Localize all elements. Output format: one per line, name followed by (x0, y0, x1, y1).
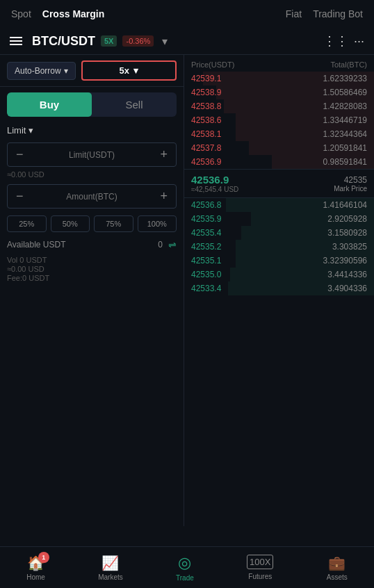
change-badge: -0.36% (122, 35, 154, 47)
mid-price-left: 42536.9 ≈42,545.4 USD (191, 174, 238, 193)
ask-row[interactable]: 42538.9 1.50586469 (184, 85, 374, 99)
bid-row[interactable]: 42535.1 3.32390596 (184, 254, 374, 268)
price-header: Price(USDT) (191, 60, 234, 69)
limit-plus-button[interactable]: + (157, 147, 170, 162)
nav-futures[interactable]: 100X Futures (247, 555, 273, 580)
right-panel: Price(USDT) Total(BTC) 42539.1 1.6233923… (184, 55, 374, 526)
sell-tab[interactable]: Sell (92, 92, 177, 117)
nav-fiat[interactable]: Fiat (286, 8, 302, 19)
leverage-chevron: ▾ (133, 65, 138, 76)
order-book-bids: 42536.8 1.41646104 42535.9 2.9205928 425… (184, 198, 374, 295)
ask-row[interactable]: 42538.8 1.42828083 (184, 99, 374, 113)
limit-approx: ≈0.00 USD (0, 170, 184, 181)
trade-label: Trade (176, 574, 194, 582)
bid-row[interactable]: 42533.4 3.4904336 (184, 281, 374, 295)
ask-row[interactable]: 42539.1 1.62339233 (184, 72, 374, 85)
total-header: Total(BTC) (330, 60, 367, 69)
ask-row[interactable]: 42537.8 1.20591841 (184, 141, 374, 155)
limit-label: Limit (7, 125, 26, 136)
mid-price-value: 42536.9 (191, 174, 238, 186)
available-value: 0 (158, 240, 163, 250)
assets-icon: 💼 (328, 555, 345, 571)
nav-trading-bot[interactable]: Trading Bot (313, 8, 363, 19)
top-nav: Spot Cross Margin Fiat Trading Bot (0, 0, 374, 28)
limit-input-row: − + (7, 142, 177, 167)
auto-borrow-chevron: ▾ (64, 66, 68, 76)
more-options-icon[interactable]: ··· (354, 34, 364, 48)
markets-label: Markets (98, 573, 123, 581)
nav-home[interactable]: 🏠 1 Home (26, 555, 45, 581)
limit-chevron: ▾ (29, 125, 33, 136)
vol-info: Vol 0 USDT ≈0.00 USD Fee:0 USDT (0, 253, 184, 286)
futures-icon: 100X (247, 555, 273, 569)
transfer-icon[interactable]: ⇌ (168, 239, 177, 250)
trade-icon: ◎ (178, 554, 191, 572)
buy-sell-tabs: Buy Sell (7, 92, 177, 117)
mid-price-usd: ≈42,545.4 USD (191, 186, 238, 193)
home-badge: 1 (38, 552, 49, 563)
nav-assets[interactable]: 💼 Assets (327, 555, 348, 581)
buy-tab[interactable]: Buy (7, 92, 92, 117)
assets-label: Assets (327, 573, 348, 581)
menu-icon[interactable] (10, 37, 22, 45)
leverage-selector[interactable]: 5x ▾ (81, 60, 177, 81)
available-label: Available USDT (7, 240, 65, 250)
chart-icon[interactable]: ⋮⋮ (323, 33, 348, 49)
pct-100-button[interactable]: 100% (138, 215, 177, 232)
bid-row[interactable]: 42535.4 3.1580928 (184, 226, 374, 240)
nav-spot[interactable]: Spot (11, 8, 31, 19)
bid-row[interactable]: 42535.2 3.303825 (184, 240, 374, 254)
pair-label: BTC/USDT (32, 34, 95, 49)
order-book-header: Price(USDT) Total(BTC) (184, 55, 374, 72)
limit-minus-button[interactable]: − (13, 147, 26, 162)
ask-row[interactable]: 42536.9 0.98591841 (184, 155, 374, 169)
bottom-nav: 🏠 1 Home 📈 Markets ◎ Trade 100X Futures … (0, 546, 374, 588)
amount-plus-button[interactable]: + (157, 189, 170, 204)
ask-row[interactable]: 42538.1 1.32344364 (184, 127, 374, 141)
futures-label: Futures (248, 573, 272, 580)
pct-50-button[interactable]: 50% (51, 215, 90, 232)
approx-vol: ≈0.00 USD (7, 265, 177, 273)
amount-minus-button[interactable]: − (13, 189, 26, 204)
nav-cross-margin[interactable]: Cross Margin (42, 8, 104, 19)
chevron-down-icon[interactable]: ▾ (162, 35, 168, 48)
ask-row[interactable]: 42538.6 1.33446719 (184, 113, 374, 127)
limit-row: Limit ▾ (0, 122, 184, 140)
auto-borrow-label: Auto-Borrow (15, 66, 61, 76)
pct-25-button[interactable]: 25% (7, 215, 47, 232)
home-label: Home (26, 573, 45, 581)
mid-price-right: 42535 Mark Price (334, 175, 367, 193)
nav-trade[interactable]: ◎ Trade (176, 554, 194, 582)
amount-input-row: − + (7, 184, 177, 209)
limit-button[interactable]: Limit ▾ (7, 125, 33, 136)
mark-price-label: Mark Price (334, 185, 367, 193)
leverage-value: 5x (120, 65, 129, 76)
limit-input[interactable] (26, 150, 158, 160)
pct-row: 25% 50% 75% 100% (0, 211, 184, 236)
amount-input[interactable] (26, 192, 158, 202)
mid-price-row: 42536.9 ≈42,545.4 USD 42535 Mark Price (184, 169, 374, 198)
auto-borrow-button[interactable]: Auto-Borrow ▾ (7, 62, 76, 80)
pct-75-button[interactable]: 75% (94, 215, 133, 232)
left-panel: Auto-Borrow ▾ 5x ▾ Buy Sell Limit ▾ − + (0, 55, 184, 526)
leverage-badge: 5X (101, 35, 117, 47)
available-row: Available USDT 0 ⇌ (0, 236, 184, 253)
order-book-asks: 42539.1 1.62339233 42538.9 1.50586469 42… (184, 72, 374, 169)
top-controls: Auto-Borrow ▾ 5x ▾ (0, 55, 184, 87)
vol-label: Vol 0 USDT (7, 256, 177, 264)
bid-row[interactable]: 42536.8 1.41646104 (184, 198, 374, 212)
bid-row[interactable]: 42535.0 3.4414336 (184, 268, 374, 281)
bid-row[interactable]: 42535.9 2.9205928 (184, 212, 374, 226)
mid-plain-value: 42535 (334, 175, 367, 185)
main-content: Auto-Borrow ▾ 5x ▾ Buy Sell Limit ▾ − + (0, 55, 374, 526)
nav-markets[interactable]: 📈 Markets (98, 555, 123, 581)
fee-label: Fee:0 USDT (7, 274, 177, 282)
markets-icon: 📈 (101, 555, 119, 571)
header-bar: BTC/USDT 5X -0.36% ▾ ⋮⋮ ··· (0, 28, 374, 55)
